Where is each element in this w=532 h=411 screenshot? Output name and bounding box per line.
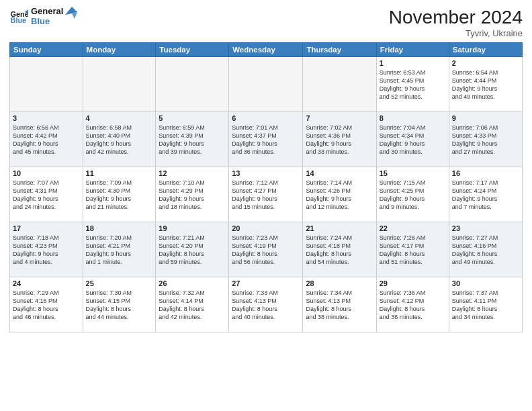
weekday-header: Tuesday <box>156 43 229 57</box>
day-number: 1 <box>380 59 446 67</box>
day-number: 16 <box>452 169 519 177</box>
day-number: 12 <box>159 169 226 177</box>
calendar-cell: 12Sunrise: 7:10 AM Sunset: 4:29 PM Dayli… <box>156 167 229 222</box>
day-number: 10 <box>13 169 80 177</box>
day-info: Sunrise: 7:02 AM Sunset: 4:36 PM Dayligh… <box>306 124 373 156</box>
calendar-cell: 6Sunrise: 7:01 AM Sunset: 4:37 PM Daylig… <box>229 112 303 167</box>
calendar-cell <box>10 57 83 112</box>
calendar-cell: 5Sunrise: 6:59 AM Sunset: 4:39 PM Daylig… <box>156 112 229 167</box>
weekday-header: Sunday <box>10 43 83 57</box>
day-info: Sunrise: 7:23 AM Sunset: 4:19 PM Dayligh… <box>232 234 300 267</box>
logo-text-blue: Blue <box>31 17 63 27</box>
logo-text-general: General <box>31 7 63 17</box>
day-info: Sunrise: 7:21 AM Sunset: 4:20 PM Dayligh… <box>159 234 226 267</box>
day-number: 8 <box>380 114 446 122</box>
calendar-cell: 9Sunrise: 7:06 AM Sunset: 4:33 PM Daylig… <box>449 112 522 167</box>
calendar-cell: 2Sunrise: 6:54 AM Sunset: 4:44 PM Daylig… <box>449 57 522 112</box>
calendar-cell: 27Sunrise: 7:33 AM Sunset: 4:13 PM Dayli… <box>229 277 303 332</box>
day-number: 14 <box>306 169 373 177</box>
calendar-cell: 11Sunrise: 7:09 AM Sunset: 4:30 PM Dayli… <box>83 167 156 222</box>
day-info: Sunrise: 6:58 AM Sunset: 4:40 PM Dayligh… <box>86 124 153 156</box>
day-number: 15 <box>380 169 446 177</box>
day-number: 2 <box>452 59 519 67</box>
logo-icon: General Blue <box>9 7 28 26</box>
day-info: Sunrise: 7:14 AM Sunset: 4:26 PM Dayligh… <box>306 179 373 212</box>
calendar-cell: 22Sunrise: 7:26 AM Sunset: 4:17 PM Dayli… <box>376 222 449 277</box>
day-number: 29 <box>380 279 446 287</box>
calendar-cell: 15Sunrise: 7:15 AM Sunset: 4:25 PM Dayli… <box>376 167 449 222</box>
day-number: 27 <box>232 279 300 287</box>
page: General Blue General Blue November 2024 … <box>0 0 532 411</box>
day-number: 11 <box>86 169 153 177</box>
day-number: 3 <box>13 114 80 122</box>
day-number: 13 <box>232 169 300 177</box>
day-info: Sunrise: 7:24 AM Sunset: 4:18 PM Dayligh… <box>306 234 373 267</box>
calendar-cell: 3Sunrise: 6:56 AM Sunset: 4:42 PM Daylig… <box>10 112 83 167</box>
calendar-cell <box>156 57 229 112</box>
title-block: November 2024 Tyvriv, Ukraine <box>389 7 523 38</box>
day-number: 24 <box>13 279 80 287</box>
day-info: Sunrise: 7:34 AM Sunset: 4:13 PM Dayligh… <box>306 289 373 322</box>
day-number: 25 <box>86 279 153 287</box>
day-info: Sunrise: 7:20 AM Sunset: 4:21 PM Dayligh… <box>86 234 153 267</box>
calendar-week-row: 1Sunrise: 6:53 AM Sunset: 4:45 PM Daylig… <box>10 57 523 112</box>
day-info: Sunrise: 7:07 AM Sunset: 4:31 PM Dayligh… <box>13 179 80 212</box>
day-info: Sunrise: 7:18 AM Sunset: 4:23 PM Dayligh… <box>13 234 80 267</box>
day-number: 7 <box>306 114 373 122</box>
logo-bird-icon <box>65 7 77 21</box>
calendar-cell: 19Sunrise: 7:21 AM Sunset: 4:20 PM Dayli… <box>156 222 229 277</box>
calendar-cell: 1Sunrise: 6:53 AM Sunset: 4:45 PM Daylig… <box>376 57 449 112</box>
calendar-cell: 13Sunrise: 7:12 AM Sunset: 4:27 PM Dayli… <box>229 167 303 222</box>
day-number: 6 <box>232 114 300 122</box>
day-info: Sunrise: 6:54 AM Sunset: 4:44 PM Dayligh… <box>452 68 519 101</box>
weekday-header: Saturday <box>449 43 522 57</box>
day-number: 26 <box>159 279 226 287</box>
calendar-cell: 18Sunrise: 7:20 AM Sunset: 4:21 PM Dayli… <box>83 222 156 277</box>
day-number: 30 <box>452 279 519 287</box>
calendar-cell: 23Sunrise: 7:27 AM Sunset: 4:16 PM Dayli… <box>449 222 522 277</box>
calendar-cell: 20Sunrise: 7:23 AM Sunset: 4:19 PM Dayli… <box>229 222 303 277</box>
day-info: Sunrise: 7:06 AM Sunset: 4:33 PM Dayligh… <box>452 124 519 156</box>
calendar-cell <box>83 57 156 112</box>
day-info: Sunrise: 7:26 AM Sunset: 4:17 PM Dayligh… <box>380 234 446 267</box>
day-info: Sunrise: 7:27 AM Sunset: 4:16 PM Dayligh… <box>452 234 519 267</box>
calendar-cell: 8Sunrise: 7:04 AM Sunset: 4:34 PM Daylig… <box>376 112 449 167</box>
day-info: Sunrise: 7:37 AM Sunset: 4:11 PM Dayligh… <box>452 289 519 322</box>
calendar-week-row: 24Sunrise: 7:29 AM Sunset: 4:16 PM Dayli… <box>10 277 523 332</box>
day-info: Sunrise: 7:10 AM Sunset: 4:29 PM Dayligh… <box>159 179 226 212</box>
day-info: Sunrise: 6:56 AM Sunset: 4:42 PM Dayligh… <box>13 124 80 156</box>
day-number: 21 <box>306 224 373 232</box>
calendar-cell: 26Sunrise: 7:32 AM Sunset: 4:14 PM Dayli… <box>156 277 229 332</box>
calendar-cell: 14Sunrise: 7:14 AM Sunset: 4:26 PM Dayli… <box>303 167 376 222</box>
logo: General Blue General Blue <box>9 7 77 27</box>
weekday-header: Wednesday <box>229 43 303 57</box>
day-info: Sunrise: 7:36 AM Sunset: 4:12 PM Dayligh… <box>380 289 446 322</box>
day-number: 5 <box>159 114 226 122</box>
day-number: 22 <box>380 224 446 232</box>
calendar-header-row: SundayMondayTuesdayWednesdayThursdayFrid… <box>10 43 523 57</box>
day-info: Sunrise: 7:01 AM Sunset: 4:37 PM Dayligh… <box>232 124 300 156</box>
day-number: 28 <box>306 279 373 287</box>
day-number: 19 <box>159 224 226 232</box>
day-info: Sunrise: 7:15 AM Sunset: 4:25 PM Dayligh… <box>380 179 446 212</box>
calendar-cell: 10Sunrise: 7:07 AM Sunset: 4:31 PM Dayli… <box>10 167 83 222</box>
calendar-cell: 29Sunrise: 7:36 AM Sunset: 4:12 PM Dayli… <box>376 277 449 332</box>
calendar-cell <box>303 57 376 112</box>
calendar-cell: 24Sunrise: 7:29 AM Sunset: 4:16 PM Dayli… <box>10 277 83 332</box>
month-title: November 2024 <box>389 7 523 28</box>
location: Tyvriv, Ukraine <box>389 28 523 38</box>
day-info: Sunrise: 7:04 AM Sunset: 4:34 PM Dayligh… <box>380 124 446 156</box>
calendar-week-row: 10Sunrise: 7:07 AM Sunset: 4:31 PM Dayli… <box>10 167 523 222</box>
svg-text:Blue: Blue <box>11 16 27 24</box>
calendar-cell: 4Sunrise: 6:58 AM Sunset: 4:40 PM Daylig… <box>83 112 156 167</box>
day-info: Sunrise: 6:59 AM Sunset: 4:39 PM Dayligh… <box>159 124 226 156</box>
calendar-cell: 17Sunrise: 7:18 AM Sunset: 4:23 PM Dayli… <box>10 222 83 277</box>
day-info: Sunrise: 7:29 AM Sunset: 4:16 PM Dayligh… <box>13 289 80 322</box>
weekday-header: Thursday <box>303 43 376 57</box>
day-number: 20 <box>232 224 300 232</box>
calendar-cell: 28Sunrise: 7:34 AM Sunset: 4:13 PM Dayli… <box>303 277 376 332</box>
calendar-cell: 21Sunrise: 7:24 AM Sunset: 4:18 PM Dayli… <box>303 222 376 277</box>
day-info: Sunrise: 7:33 AM Sunset: 4:13 PM Dayligh… <box>232 289 300 322</box>
calendar-week-row: 3Sunrise: 6:56 AM Sunset: 4:42 PM Daylig… <box>10 112 523 167</box>
day-info: Sunrise: 7:09 AM Sunset: 4:30 PM Dayligh… <box>86 179 153 212</box>
